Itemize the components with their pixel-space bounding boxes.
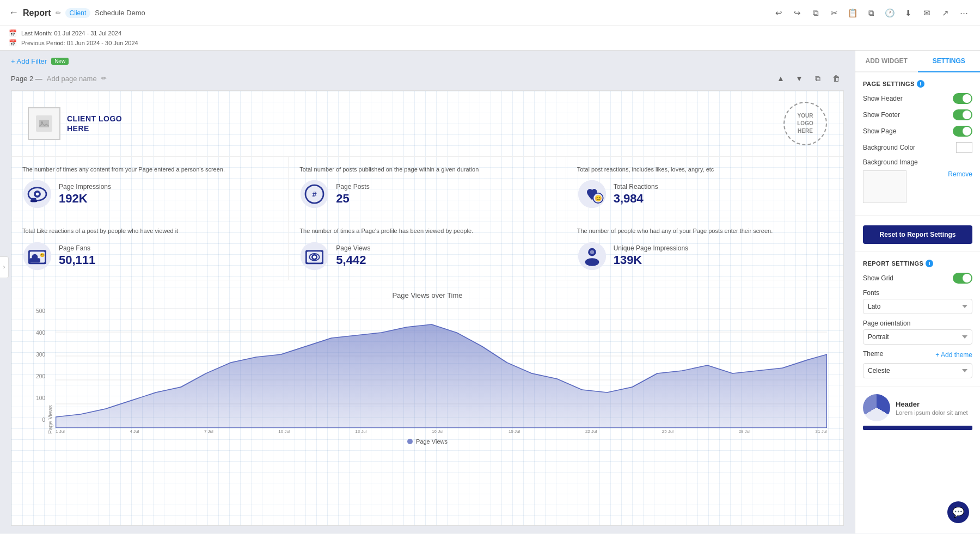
header-preview-section: Header Lorem ipsum dolor sit amet [855, 386, 980, 438]
show-grid-toggle[interactable] [953, 273, 972, 284]
client-badge: Client [65, 8, 91, 18]
chart-y-axis: 500 400 300 200 100 0 [28, 308, 45, 434]
show-grid-row: Show Grid [863, 273, 972, 284]
chart-title: Page Views over Time [28, 291, 827, 299]
theme-row: Theme + Add theme [863, 350, 972, 360]
preview-text: Header Lorem ipsum dolor sit amet [896, 400, 968, 416]
stat-reactions-desc: Total post reactions, includes likes, lo… [577, 165, 832, 174]
undo-icon[interactable]: ↩ [771, 5, 786, 21]
show-footer-row: Show Footer [863, 109, 972, 120]
tab-add-widget[interactable]: ADD WIDGET [855, 51, 918, 72]
show-page-row: Show Page [863, 126, 972, 137]
orientation-select[interactable]: Portrait Landscape [863, 329, 972, 345]
stat-impressions-content: Page Impressions 192K [22, 179, 277, 209]
y-tick-400: 400 [36, 330, 45, 336]
bg-image-preview [863, 170, 906, 203]
image-icon [36, 115, 52, 132]
email-icon[interactable]: ✉ [919, 5, 934, 21]
show-page-toggle[interactable] [953, 126, 972, 137]
stat-impressions-desc: The number of times any content from you… [22, 165, 277, 174]
add-theme-link[interactable]: + Add theme [935, 351, 972, 359]
clock-icon[interactable]: 🕐 [882, 5, 897, 21]
page-copy-icon[interactable]: ⧉ [810, 71, 825, 86]
show-grid-label: Show Grid [863, 274, 893, 282]
report-settings-section: REPORT SETTINGS i Show Grid Fonts Lato A… [855, 252, 980, 386]
stat-posts-content: # Page Posts 25 [299, 179, 554, 209]
page-name-input[interactable]: Add page name [47, 75, 97, 83]
page-header: Page 2 — Add page name ✏ ▲ ▼ ⧉ 🗑 [11, 71, 844, 86]
page-title: Page 2 — Add page name ✏ [11, 75, 107, 83]
copy-icon[interactable]: ⧉ [808, 5, 823, 21]
show-header-toggle[interactable] [953, 93, 972, 104]
page-delete-icon[interactable]: 🗑 [829, 71, 844, 86]
page-up-icon[interactable]: ▲ [773, 71, 788, 86]
your-logo-circle: YOUR LOGO HERE [783, 102, 827, 145]
more-icon[interactable]: ⋯ [956, 5, 971, 21]
svg-text:😊: 😊 [594, 195, 602, 202]
tab-settings[interactable]: SETTINGS [918, 51, 981, 72]
svg-point-30 [585, 258, 599, 266]
content-area: + Add Filter New Page 2 — Add page name … [0, 51, 855, 533]
report-settings-info-icon[interactable]: i [926, 260, 933, 267]
stat-fans-desc: Total Like reactions of a post by people… [22, 227, 277, 235]
show-footer-label: Show Footer [863, 111, 900, 119]
bg-image-section: Background Image Remove [863, 158, 972, 207]
report-header-section: CLIENT LOGO HERE YOUR LOGO HERE [11, 91, 843, 157]
title-edit-icon[interactable]: ✏ [56, 9, 61, 17]
show-header-label: Show Header [863, 95, 903, 102]
redo-icon[interactable]: ↪ [789, 5, 805, 21]
chart-area: 1 Jul4 Jul7 Jul10 Jul13 Jul16 Jul19 Jul2… [56, 308, 827, 434]
stat-posts-desc: Total number of posts published on the p… [299, 165, 554, 174]
page-down-icon[interactable]: ▼ [792, 71, 807, 86]
duplicate-icon[interactable]: ⧉ [863, 5, 879, 21]
stat-unique-label: Unique Page Impressions [614, 244, 688, 252]
svg-text:😊: 😊 [40, 252, 45, 257]
page-settings-info-icon[interactable]: i [917, 80, 924, 88]
stat-posts: Total number of posts published on the p… [289, 157, 566, 218]
show-page-label: Show Page [863, 127, 896, 135]
orientation-group: Page orientation Portrait Landscape [863, 320, 972, 345]
legend-dot [407, 439, 413, 444]
stat-posts-value: 25 [336, 192, 369, 206]
chart-legend: Page Views [28, 438, 827, 445]
bg-color-swatch[interactable] [956, 142, 972, 153]
y-tick-0: 0 [42, 417, 45, 423]
paste-icon[interactable]: 📋 [845, 5, 860, 21]
stats-row-1: The number of times any content from you… [11, 157, 843, 218]
stat-unique-content: Unique Page Impressions 139K [577, 241, 832, 271]
download-icon[interactable]: ⬇ [901, 5, 916, 21]
left-panel-toggle[interactable]: › [0, 256, 9, 278]
reset-section: Reset to Report Settings [855, 216, 980, 252]
back-icon[interactable]: ← [9, 7, 19, 19]
chart-y-label: Page Views [47, 308, 53, 434]
svg-rect-19 [29, 258, 40, 262]
svg-rect-8 [30, 200, 38, 202]
schedule-demo-link[interactable]: Schedule Demo [95, 9, 145, 17]
remove-bg-image-button[interactable]: Remove [948, 170, 972, 178]
add-filter-button[interactable]: + Add Filter [11, 57, 47, 65]
main-layout: › + Add Filter New Page 2 — Add page nam… [0, 51, 980, 533]
toolbar: ← Report ✏ Client Schedule Demo ↩ ↪ ⧉ ✂ … [0, 0, 980, 26]
show-footer-toggle[interactable] [953, 109, 972, 120]
y-tick-500: 500 [36, 308, 45, 314]
views-icon [299, 241, 329, 271]
stat-reactions: Total post reactions, includes likes, lo… [566, 157, 843, 218]
stat-views-desc: The number of times a Page's profile has… [299, 227, 554, 235]
share-icon[interactable]: ↗ [938, 5, 953, 21]
svg-point-27 [313, 255, 316, 259]
date-current-text: Last Month: 01 Jul 2024 - 31 Jul 2024 [21, 30, 121, 36]
stats-row-2: Total Like reactions of a post by people… [11, 218, 843, 280]
client-logo-area: CLIENT LOGO HERE [28, 107, 122, 140]
stat-unique-value: 139K [614, 253, 688, 267]
fonts-select[interactable]: Lato Arial Roboto Open Sans [863, 299, 972, 314]
chart-x-axis: 1 Jul4 Jul7 Jul10 Jul13 Jul16 Jul19 Jul2… [56, 429, 827, 434]
reset-button[interactable]: Reset to Report Settings [863, 225, 972, 244]
stat-views-content: Page Views 5,442 [299, 241, 554, 271]
page-actions: ▲ ▼ ⧉ 🗑 [773, 71, 844, 86]
page-edit-icon[interactable]: ✏ [101, 75, 107, 82]
filter-bar: + Add Filter New [11, 57, 844, 65]
logo-placeholder [28, 107, 60, 140]
theme-select[interactable]: Celeste Default Dark [863, 363, 972, 378]
cut-icon[interactable]: ✂ [826, 5, 842, 21]
chat-bubble[interactable]: 💬 [947, 501, 969, 523]
